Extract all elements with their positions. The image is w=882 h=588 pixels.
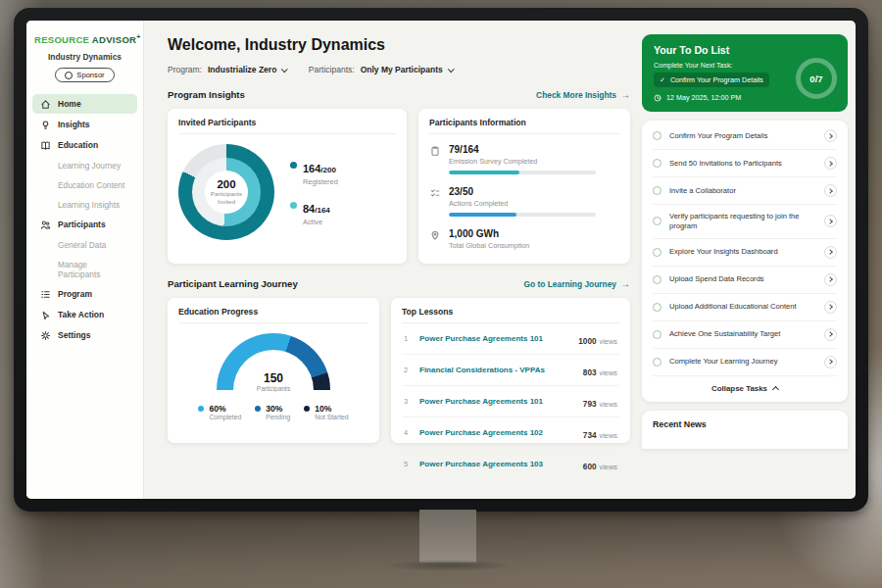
sidebar-item-label: Settings <box>58 330 91 340</box>
education-progress-card: Education Progress 150 Participants <box>168 298 379 443</box>
sponsor-badge[interactable]: Sponsor <box>55 68 114 82</box>
todo-task-row[interactable]: Upload Spend Data Records <box>653 267 837 294</box>
task-label: Explore Your Insights Dashboard <box>669 247 816 257</box>
task-checkbox[interactable] <box>653 248 662 257</box>
sidebar-item-program[interactable]: Program <box>32 284 137 304</box>
task-label: Achieve One Sustainability Target <box>669 329 816 339</box>
legend-dot <box>290 202 297 209</box>
task-chevron-button[interactable] <box>824 184 837 197</box>
task-checkbox[interactable] <box>653 358 662 367</box>
location-pin-icon <box>429 229 441 241</box>
chevron-right-icon <box>827 188 833 194</box>
sidebar-item-education[interactable]: Education <box>32 135 137 155</box>
list-icon <box>40 289 51 300</box>
task-checkbox[interactable] <box>653 159 662 168</box>
task-checkbox[interactable] <box>653 330 662 339</box>
sidebar-item-label: General Data <box>58 240 106 250</box>
sidebar-item-general-data[interactable]: General Data <box>32 235 137 254</box>
go-to-learning-journey-link[interactable]: Go to Learning Journey <box>524 278 630 289</box>
sidebar-item-insights[interactable]: Insights <box>32 115 137 134</box>
chevron-right-icon <box>827 161 833 167</box>
sponsor-icon <box>65 72 73 79</box>
todo-progress-value: 0/7 <box>809 74 822 84</box>
task-chevron-button[interactable] <box>824 215 837 227</box>
sidebar: RESOURCE ADVISOR+ Industry Dynamics Spon… <box>26 21 144 499</box>
next-task-pill[interactable]: Confirm Your Program Details <box>654 73 769 87</box>
lesson-rank: 3 <box>404 397 412 406</box>
section-title-program-insights: Program Insights <box>168 89 245 100</box>
lesson-title-link[interactable]: Power Purchase Agreements 102 <box>419 428 575 437</box>
chevron-right-icon <box>827 276 833 282</box>
app-logo: RESOURCE ADVISOR+ <box>34 33 135 45</box>
todo-task-row[interactable]: Send 50 Invitations to Participants <box>653 150 837 177</box>
stat-emission-survey: 79/164 Emission Survey Completed <box>429 144 619 174</box>
donut-center-value: 200 <box>217 178 235 190</box>
lesson-row: 1 Power Purchase Agreements 101 1000view… <box>402 323 619 355</box>
todo-progress-ring: 0/7 <box>796 58 837 99</box>
task-label: Confirm Your Program Details <box>669 131 816 141</box>
todo-task-row[interactable]: Upload Additional Educational Content <box>653 294 837 321</box>
lesson-views-count: 803 <box>583 368 597 377</box>
chevron-right-icon <box>827 304 833 310</box>
sidebar-item-label: Manage Participants <box>58 260 129 279</box>
monitor-frame: RESOURCE ADVISOR+ Industry Dynamics Spon… <box>14 8 868 512</box>
task-chevron-button[interactable] <box>824 301 837 314</box>
sidebar-item-label: Take Action <box>58 310 104 319</box>
task-label: Verify participants requesting to join t… <box>669 212 816 231</box>
recent-news-title: Recent News <box>653 419 837 429</box>
sidebar-nav: Home Insights Education Learning Journey <box>26 94 143 345</box>
stat-global-consumption: 1,000 GWh Total Global Consumption <box>429 228 619 255</box>
participants-filter-dropdown[interactable]: Only My Participants <box>361 65 454 74</box>
sidebar-item-education-content[interactable]: Education Content <box>32 175 137 194</box>
lesson-views-suffix: views <box>600 463 617 471</box>
sidebar-item-home[interactable]: Home <box>32 94 137 114</box>
todo-task-row[interactable]: Confirm Your Program Details <box>653 122 837 150</box>
task-checkbox[interactable] <box>653 131 662 140</box>
lesson-title-link[interactable]: Power Purchase Agreements 101 <box>419 334 570 343</box>
task-checkbox[interactable] <box>653 275 662 284</box>
monitor-stand-shadow <box>372 559 524 572</box>
gear-icon <box>40 330 51 341</box>
task-chevron-button[interactable] <box>824 328 837 341</box>
task-chevron-button[interactable] <box>824 129 837 142</box>
lesson-title-link[interactable]: Power Purchase Agreements 103 <box>419 460 575 468</box>
task-checkbox[interactable] <box>653 217 662 225</box>
task-checkbox[interactable] <box>653 303 662 312</box>
clipboard-icon <box>429 145 441 157</box>
sidebar-item-learning-journey[interactable]: Learning Journey <box>32 156 137 174</box>
app-window: RESOURCE ADVISOR+ Industry Dynamics Spon… <box>26 21 856 499</box>
education-progress-gauge: 150 Participants <box>217 333 330 392</box>
lesson-title-link[interactable]: Financial Considerations - VPPAs <box>419 366 575 374</box>
task-chevron-button[interactable] <box>824 273 837 286</box>
task-chevron-button[interactable] <box>824 356 837 368</box>
todo-task-row[interactable]: Verify participants requesting to join t… <box>653 205 837 239</box>
task-label: Upload Spend Data Records <box>669 274 816 284</box>
lesson-rank: 4 <box>404 428 412 437</box>
todo-task-row[interactable]: Achieve One Sustainability Target <box>653 321 837 349</box>
sidebar-item-participants[interactable]: Participants <box>32 215 137 234</box>
sidebar-item-learning-insights[interactable]: Learning Insights <box>32 195 137 214</box>
check-more-insights-link[interactable]: Check More Insights <box>536 89 630 100</box>
clock-icon <box>654 94 662 102</box>
task-checkbox[interactable] <box>653 186 662 195</box>
gauge-legend: 60% Completed 30% Pending <box>178 404 368 420</box>
card-title: Education Progress <box>178 307 368 323</box>
todo-task-row[interactable]: Invite a Collaborator <box>653 177 837 205</box>
todo-task-row[interactable]: Explore Your Insights Dashboard <box>653 239 837 267</box>
collapse-tasks-button[interactable]: Collapse Tasks <box>653 376 837 397</box>
people-icon <box>40 220 51 230</box>
card-title: Participants Information <box>429 118 619 134</box>
sidebar-item-take-action[interactable]: Take Action <box>32 305 137 324</box>
chevron-up-icon <box>772 386 779 393</box>
chevron-right-icon <box>827 359 833 365</box>
program-filter-dropdown[interactable]: Industrialize Zero <box>208 65 287 74</box>
todo-task-row[interactable]: Complete Your Learning Journey <box>653 349 837 376</box>
lesson-title-link[interactable]: Power Purchase Agreements 101 <box>419 397 575 406</box>
card-title: Top Lessons <box>402 307 619 323</box>
sidebar-item-label: Learning Journey <box>58 161 121 171</box>
lesson-views-count: 1000 <box>578 337 596 346</box>
task-chevron-button[interactable] <box>824 246 837 259</box>
sidebar-item-manage-participants[interactable]: Manage Participants <box>32 255 137 283</box>
task-chevron-button[interactable] <box>824 157 837 170</box>
sidebar-item-settings[interactable]: Settings <box>32 325 137 345</box>
